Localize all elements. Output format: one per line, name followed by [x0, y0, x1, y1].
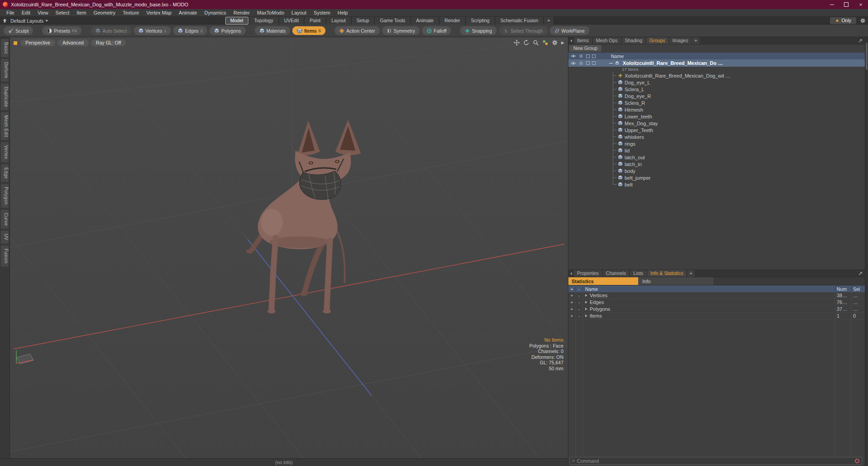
panel-tab-properties[interactable]: Properties: [574, 270, 602, 277]
minimize-button[interactable]: [824, 0, 839, 9]
pan-icon[interactable]: [514, 39, 520, 46]
tree-item-row[interactable]: Sclera_L: [568, 86, 865, 93]
tree-item-row[interactable]: belt: [568, 181, 865, 188]
sidebar-tab-basic[interactable]: Basic: [1, 39, 9, 57]
menu-item-texture[interactable]: Texture: [119, 10, 143, 15]
tree-item-row[interactable]: Upper_Teeth: [568, 127, 865, 133]
tab-schematic-fusion[interactable]: Schematic Fusion: [495, 17, 543, 25]
menu-item-view[interactable]: View: [34, 10, 52, 15]
viewport[interactable]: Perspective Advanced Ray GL: Off ▶ No It…: [10, 37, 568, 458]
tree-item-row[interactable]: Dog_eye_L: [568, 79, 865, 86]
polygons-button[interactable]: Polygons: [209, 26, 245, 35]
tree-item-row[interactable]: Xoloitzcuintli_Rare_Breed_Mexican_Dog_wi…: [568, 72, 865, 79]
tab-layout[interactable]: Layout: [326, 17, 351, 25]
edges-button[interactable]: Edges2: [173, 26, 207, 35]
sidebar-tab-curve[interactable]: Curve: [1, 210, 9, 229]
presets-button[interactable]: PresetsF6: [42, 26, 82, 35]
settings-gear-icon[interactable]: [860, 18, 866, 24]
zoom-icon[interactable]: [533, 39, 539, 46]
menu-item-geometry[interactable]: Geometry: [90, 10, 119, 15]
menu-item-system[interactable]: System: [310, 10, 334, 15]
menu-item-help[interactable]: Help: [334, 10, 352, 15]
viewport-flyout-arrow-icon[interactable]: ▶: [561, 39, 564, 46]
add-panel-tab-button[interactable]: +: [692, 37, 699, 44]
tab-model[interactable]: Model: [225, 17, 248, 25]
action-center-button[interactable]: Action Center: [335, 26, 380, 35]
panel-tab-items[interactable]: Items: [574, 37, 592, 44]
menu-item-select[interactable]: Select: [52, 10, 73, 15]
close-button[interactable]: ×: [853, 0, 868, 9]
sidebar-tab-duplicate[interactable]: Duplicate: [1, 83, 9, 110]
add-layout-tab-button[interactable]: +: [544, 17, 553, 25]
default-layouts-dropdown[interactable]: Default Layouts: [10, 18, 48, 24]
expand-plus-button[interactable]: +: [568, 306, 576, 312]
panel-expand-icon[interactable]: [858, 38, 863, 44]
vertices-button[interactable]: Vertices1: [134, 26, 171, 35]
menu-item-maxtomodo[interactable]: MaxToModo: [253, 10, 288, 15]
collapse-minus-button[interactable]: -: [576, 299, 583, 305]
checkbox-icon[interactable]: [586, 61, 590, 65]
panel-tab-images[interactable]: Images: [669, 37, 691, 44]
tab-animate[interactable]: Animate: [411, 17, 439, 25]
menu-item-dynamics[interactable]: Dynamics: [201, 10, 230, 15]
chevron-left-icon[interactable]: [570, 39, 572, 42]
expand-plus-button[interactable]: +: [568, 299, 576, 305]
statistics-tab[interactable]: Statistics: [568, 277, 638, 285]
render-toggle-icon[interactable]: [578, 61, 584, 65]
collapse-minus-button[interactable]: -: [576, 293, 583, 298]
tree-item-row[interactable]: Dog_eye_R: [568, 93, 865, 99]
orbit-icon[interactable]: [523, 39, 529, 46]
panel-tab-shading[interactable]: Shading: [622, 37, 646, 44]
menu-item-item[interactable]: Item: [73, 10, 90, 15]
panel-tab-groups[interactable]: Groups: [646, 37, 668, 44]
menu-item-edit[interactable]: Edit: [18, 10, 34, 15]
command-bar[interactable]: >: [569, 457, 862, 465]
advanced-button[interactable]: Advanced: [58, 39, 89, 46]
panel-tab-info-statistics[interactable]: Info & Statistics: [647, 270, 686, 277]
stats-row-vertices[interactable]: + - Vertices 38… …: [568, 292, 865, 299]
eye-icon[interactable]: [571, 61, 576, 65]
lock-column-icon[interactable]: [586, 54, 590, 58]
sidebar-tab-polygon[interactable]: Polygon: [1, 184, 9, 208]
panel-expand-icon[interactable]: [858, 271, 863, 276]
symmetry-button[interactable]: Symmetry: [382, 26, 420, 35]
stats-row-items[interactable]: + - Items 1 0: [568, 313, 865, 319]
new-group-button[interactable]: New Group: [569, 45, 601, 52]
select-through-button[interactable]: Select Through: [499, 26, 548, 35]
render-toggle-icon[interactable]: [578, 54, 584, 58]
items-button[interactable]: Items5: [292, 26, 325, 35]
expander-arrow-icon[interactable]: [585, 308, 587, 310]
sidebar-tab-deform[interactable]: Deform: [1, 59, 9, 81]
viewport-gear-icon[interactable]: [552, 39, 558, 46]
tab-topology[interactable]: Topology: [249, 17, 278, 25]
expand-plus-button[interactable]: +: [568, 313, 576, 319]
tab-paint[interactable]: Paint: [305, 17, 325, 25]
expand-plus-button[interactable]: +: [568, 293, 576, 298]
tree-item-row[interactable]: Sclera_R: [568, 99, 865, 106]
scrollbar-thumb[interactable]: [866, 43, 868, 70]
viewport-menu-indicator[interactable]: [14, 41, 17, 45]
expander-arrow-icon[interactable]: [585, 314, 587, 317]
sidebar-tab-fusion[interactable]: Fusion: [1, 245, 9, 266]
materials-button[interactable]: Materials: [255, 26, 291, 35]
sidebar-tab-uv[interactable]: UV: [1, 231, 9, 244]
only-button[interactable]: ★ Only: [830, 17, 856, 24]
expander-arrow-icon[interactable]: [585, 294, 587, 297]
perspective-button[interactable]: Perspective: [20, 39, 55, 46]
checkbox-icon[interactable]: [592, 61, 596, 65]
right-scrollbar[interactable]: [865, 37, 868, 466]
panel-tab-channels[interactable]: Channels: [603, 270, 629, 277]
sculpt-button[interactable]: Sculpt: [4, 26, 33, 35]
filter-column-icon[interactable]: [592, 54, 596, 58]
tree-item-row[interactable]: latch_in: [568, 161, 865, 167]
falloff-button[interactable]: Falloff: [422, 26, 451, 35]
snapping-button[interactable]: Snapping: [460, 26, 496, 35]
dog-model[interactable]: [246, 120, 361, 314]
tab-render[interactable]: Render: [440, 17, 465, 25]
expander-arrow-icon[interactable]: [585, 301, 587, 304]
sidebar-tab-vertex[interactable]: Vertex: [1, 142, 9, 162]
chevron-left-icon[interactable]: [570, 272, 572, 275]
sidebar-tab-edge[interactable]: Edge: [1, 164, 9, 182]
tree-item-row[interactable]: lid: [568, 147, 865, 154]
workplane-button[interactable]: WorkPlane: [550, 26, 589, 35]
